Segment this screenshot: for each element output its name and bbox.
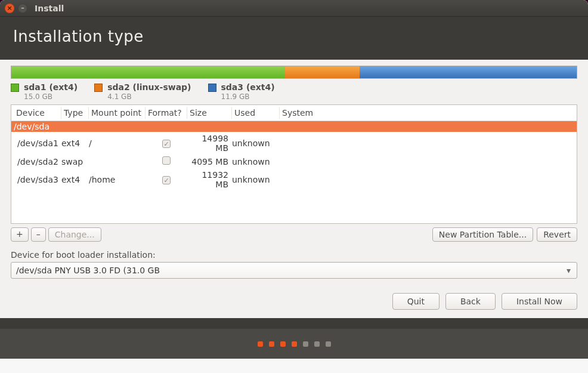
usage-segment-sda3 [360,66,577,78]
legend-swatch-icon [208,84,216,92]
legend-size: 11.9 GB [221,93,275,101]
legend-item-sda3: sda3 (ext4) 11.9 GB [208,82,275,101]
remove-partition-button[interactable]: – [31,227,46,242]
usage-segment-sda1 [11,66,285,78]
progress-pager [0,329,588,359]
pager-dot [258,341,263,347]
pager-dot [269,341,274,347]
legend-swatch-icon [11,84,19,92]
cell-used: unknown [232,175,280,184]
content-area: sda1 (ext4) 15.0 GB sda2 (linux-swap) 4.… [0,60,588,318]
change-partition-button[interactable]: Change... [48,227,101,242]
back-button[interactable]: Back [445,293,496,310]
cell-device: /dev/sda1 [14,138,61,148]
revert-button[interactable]: Revert [537,227,577,242]
install-now-button[interactable]: Install Now [502,293,577,310]
cell-type: ext4 [61,138,89,148]
col-format[interactable]: Format? [146,107,187,119]
legend-name: sda3 (ext4) [221,82,275,93]
group-device: /dev/sda [14,122,61,131]
legend-size: 4.1 GB [107,93,191,101]
pager-dot [292,341,297,347]
format-checkbox[interactable] [162,176,171,184]
bootloader-label: Device for boot loader installation: [11,250,577,260]
wizard-nav: Quit Back Install Now [11,293,577,310]
usage-segment-sda2 [285,66,360,78]
format-checkbox[interactable] [162,156,171,165]
footer-divider [0,318,588,329]
add-partition-button[interactable]: + [11,227,29,242]
legend-item-sda1: sda1 (ext4) 15.0 GB [11,82,78,101]
quit-button[interactable]: Quit [392,293,440,310]
format-checkbox[interactable] [162,140,171,148]
pager-dot [326,341,331,347]
col-system[interactable]: System [280,107,574,119]
pager-dot [280,341,286,347]
legend-item-sda2: sda2 (linux-swap) 4.1 GB [94,82,191,101]
minimize-icon[interactable]: – [18,4,27,13]
disk-usage-bar [11,66,577,79]
new-partition-table-button[interactable]: New Partition Table... [432,227,533,242]
table-row[interactable]: /dev/sda1 ext4 / 14998 MB unknown [11,132,577,155]
partition-table-header: Device Type Mount point Format? Size Use… [11,105,577,121]
bootloader-device-select[interactable]: /dev/sda PNY USB 3.0 FD (31.0 GB [11,262,577,279]
pager-dot [303,341,308,347]
cell-type: ext4 [61,175,89,184]
cell-mount: / [89,138,146,148]
page-title: Installation type [13,27,575,45]
window-title: Install [35,4,64,13]
pager-dot [314,341,320,347]
cell-type: swap [61,157,89,167]
titlebar: × – Install [0,0,588,17]
legend-name: sda2 (linux-swap) [107,82,191,93]
cell-size: 4095 MB [187,157,232,167]
partition-table[interactable]: Device Type Mount point Format? Size Use… [11,104,577,224]
cell-mount: /home [89,175,146,184]
legend-size: 15.0 GB [24,93,78,101]
cell-used: unknown [232,157,280,167]
partition-toolbar: + – Change... New Partition Table... Rev… [11,227,577,242]
close-icon[interactable]: × [5,4,14,13]
page-header: Installation type [0,17,588,60]
bootloader-device-value: /dev/sda PNY USB 3.0 FD (31.0 GB [16,266,160,275]
installer-window: × – Install Installation type sda1 (ext4… [0,0,588,373]
disk-usage-legend: sda1 (ext4) 15.0 GB sda2 (linux-swap) 4.… [11,82,577,101]
col-device[interactable]: Device [14,107,61,119]
table-row[interactable]: /dev/sda3 ext4 /home 11932 MB unknown [11,168,577,191]
col-type[interactable]: Type [61,107,89,119]
cell-size: 11932 MB [187,170,232,189]
col-size[interactable]: Size [187,107,232,119]
cell-used: unknown [232,138,280,148]
table-row[interactable]: /dev/sda2 swap 4095 MB unknown [11,155,577,168]
cell-size: 14998 MB [187,134,232,153]
legend-name: sda1 (ext4) [24,82,78,93]
cell-device: /dev/sda3 [14,175,61,184]
col-used[interactable]: Used [232,107,280,119]
legend-swatch-icon [94,84,103,92]
partition-group-row[interactable]: /dev/sda [11,121,577,132]
cell-device: /dev/sda2 [14,157,61,167]
col-mount[interactable]: Mount point [89,107,146,119]
